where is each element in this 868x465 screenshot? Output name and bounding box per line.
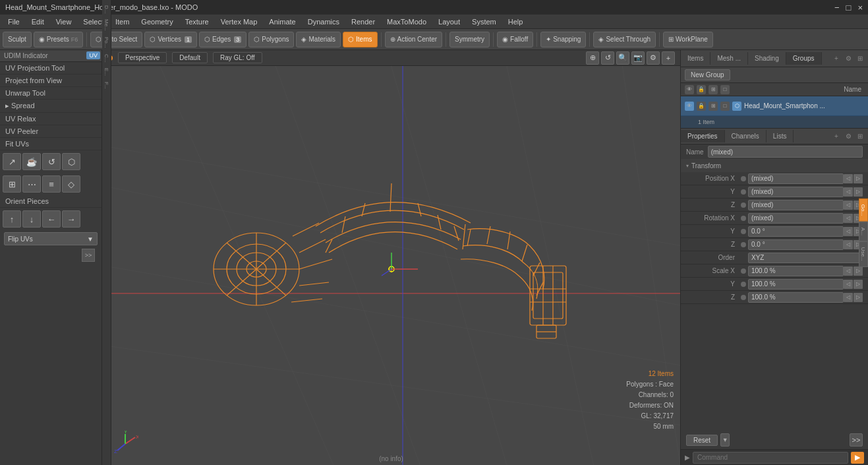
- vp-settings-icon[interactable]: ⚙: [647, 51, 660, 65]
- menu-layout[interactable]: Layout: [433, 16, 465, 27]
- menu-vertex-map[interactable]: Vertex Map: [216, 16, 263, 27]
- symmetry-button[interactable]: Symmetry: [449, 32, 490, 47]
- rotation-z-prev-icon[interactable]: ◁: [844, 240, 853, 249]
- vp-camera-icon[interactable]: 📷: [631, 51, 645, 65]
- position-z-prev-icon[interactable]: ◁: [844, 201, 853, 210]
- right-tab-items[interactable]: Items: [681, 52, 710, 65]
- vp-move-icon[interactable]: ⊕: [586, 51, 599, 65]
- props-tab-lists[interactable]: Lists: [767, 130, 794, 142]
- rotation-y-prev-icon[interactable]: ◁: [844, 227, 853, 236]
- props-add-icon[interactable]: +: [831, 131, 842, 142]
- uv-relax[interactable]: UV Relax: [0, 113, 101, 125]
- menu-animate[interactable]: Animate: [264, 16, 301, 27]
- viewport[interactable]: Perspective Default Ray GL: Off ⊕ ↺ 🔍 📷 …: [102, 50, 680, 465]
- edge-tab-6[interactable]: F...: [103, 79, 110, 92]
- workplane-button[interactable]: ⊞ WorkPlane: [663, 32, 713, 47]
- col-vis-icon[interactable]: □: [720, 85, 730, 94]
- uv-projection-tool[interactable]: UV Projection Tool: [0, 62, 101, 75]
- reset-dropdown[interactable]: ▼: [720, 433, 730, 447]
- scale-y-value[interactable]: 100.0 %: [748, 279, 844, 290]
- action-center-button[interactable]: ⊕ Action Center: [385, 32, 443, 47]
- group-lock-icon[interactable]: 🔒: [697, 102, 706, 111]
- menu-dynamics[interactable]: Dynamics: [303, 16, 345, 27]
- fit-uvs[interactable]: Fit UVs: [0, 138, 101, 150]
- menu-texture[interactable]: Texture: [180, 16, 214, 27]
- menu-view[interactable]: View: [51, 16, 77, 27]
- edge-tab-3[interactable]: Po...: [103, 34, 110, 50]
- tool-icon-6[interactable]: ⋯: [22, 175, 41, 193]
- position-z-value[interactable]: (mixed): [748, 200, 844, 210]
- uv-tab[interactable]: UV: [86, 51, 100, 59]
- menu-maxtomodo[interactable]: MaxToModo: [382, 16, 432, 27]
- side-tab-a[interactable]: A...: [859, 222, 868, 241]
- sculpt-button[interactable]: Sculpt: [3, 32, 32, 47]
- orient-pieces[interactable]: Orient Pieces: [0, 195, 101, 208]
- right-tab-groups[interactable]: Groups: [786, 52, 822, 65]
- tool-icon-10[interactable]: ↓: [22, 210, 41, 228]
- position-y-next-icon[interactable]: ▷: [854, 187, 863, 197]
- viewport-canvas[interactable]: 12 Items Polygons : Face Channels: 0 Def…: [102, 66, 680, 465]
- falloff-button[interactable]: ◉ Falloff: [497, 32, 533, 47]
- position-y-value[interactable]: (mixed): [748, 187, 844, 197]
- default-tab[interactable]: Default: [172, 52, 208, 63]
- flip-uvs-dropdown[interactable]: Flip UVs ▼: [4, 232, 98, 245]
- props-fullscreen-icon[interactable]: ⊞: [855, 131, 865, 142]
- scale-x-prev-icon[interactable]: ◁: [844, 266, 853, 276]
- tool-icon-1[interactable]: ↗: [3, 153, 21, 170]
- edge-tab-4[interactable]: C...: [103, 51, 110, 65]
- order-value[interactable]: XYZ: [748, 253, 863, 263]
- menu-help[interactable]: Help: [503, 16, 529, 27]
- tool-icon-2[interactable]: ☕: [22, 153, 41, 170]
- cmd-run-button[interactable]: ▶: [851, 452, 864, 464]
- position-x-value[interactable]: (mixed): [748, 173, 844, 184]
- tool-icon-12[interactable]: →: [62, 210, 80, 228]
- menu-render[interactable]: Render: [346, 16, 380, 27]
- position-y-prev-icon[interactable]: ◁: [844, 187, 853, 197]
- close-btn[interactable]: ×: [857, 3, 863, 13]
- rotation-x-value[interactable]: (mixed): [748, 213, 844, 224]
- rotation-y-value[interactable]: 0.0 °: [748, 226, 844, 237]
- side-tab-goto[interactable]: Go...: [859, 198, 868, 221]
- scale-z-value[interactable]: 100.0 %: [748, 292, 844, 303]
- props-tab-channels[interactable]: Channels: [725, 130, 767, 142]
- col-eye-icon[interactable]: 👁: [685, 85, 694, 94]
- col-render-icon[interactable]: ⊞: [709, 85, 718, 94]
- props-settings-icon[interactable]: ⚙: [843, 131, 854, 142]
- window-controls[interactable]: − □ ×: [834, 3, 863, 13]
- uv-peeler[interactable]: UV Peeler: [0, 125, 101, 138]
- menu-file[interactable]: File: [3, 16, 25, 27]
- project-from-view[interactable]: Project from View: [0, 75, 101, 87]
- right-tab-shading[interactable]: Shading: [748, 52, 786, 65]
- menu-geometry[interactable]: Geometry: [136, 16, 178, 27]
- edges-button[interactable]: ⬡ Edges 3: [199, 32, 246, 47]
- right-tab-settings-icon[interactable]: ⚙: [843, 53, 854, 64]
- edge-tab-1[interactable]: D...: [103, 3, 110, 16]
- minimize-btn[interactable]: −: [834, 3, 840, 13]
- vp-expand-icon[interactable]: +: [662, 51, 675, 65]
- group-render-icon[interactable]: ⊞: [709, 102, 718, 111]
- vertices-button[interactable]: ⬡ Vertices 1: [144, 32, 197, 47]
- menu-item[interactable]: Item: [110, 16, 134, 27]
- scale-z-prev-icon[interactable]: ◁: [844, 293, 853, 302]
- edge-tab-2[interactable]: Me...: [103, 16, 110, 34]
- position-x-prev-icon[interactable]: ◁: [844, 174, 853, 183]
- scale-y-next-icon[interactable]: ▷: [854, 280, 863, 289]
- vp-rotate-icon[interactable]: ↺: [601, 51, 614, 65]
- perspective-tab[interactable]: Perspective: [118, 52, 167, 63]
- snapping-button[interactable]: ✦ Snapping: [540, 32, 586, 47]
- right-tab-mesh[interactable]: Mesh ...: [710, 52, 748, 65]
- spread-tool[interactable]: ▸ Spread: [0, 100, 101, 113]
- props-expand-button[interactable]: >>: [850, 433, 863, 447]
- polygons-button[interactable]: ⬡ Polygons: [248, 32, 294, 47]
- tool-icon-7[interactable]: ≡: [42, 175, 61, 193]
- tool-icon-9[interactable]: ↑: [3, 210, 21, 228]
- select-through-button[interactable]: ◈ Select Through: [593, 32, 656, 47]
- position-x-next-icon[interactable]: ▷: [854, 174, 863, 183]
- group-eye-icon[interactable]: 👁: [685, 102, 694, 111]
- col-lock-icon[interactable]: 🔒: [697, 85, 706, 94]
- reset-button[interactable]: Reset: [686, 435, 718, 446]
- right-tab-expand-icon[interactable]: +: [831, 53, 842, 64]
- side-tab-use[interactable]: Use...: [859, 241, 868, 267]
- rotation-x-prev-icon[interactable]: ◁: [844, 214, 853, 223]
- edge-tab-5[interactable]: E...: [103, 65, 110, 78]
